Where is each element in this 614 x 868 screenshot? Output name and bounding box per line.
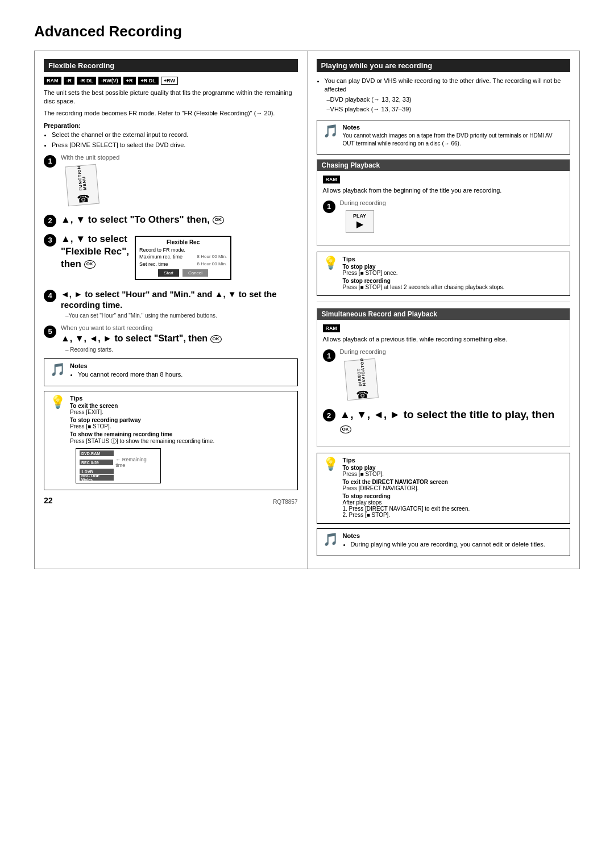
play-btn-img: PLAY ▶ (346, 210, 374, 233)
notes-bullet-1: You cannot record more than 8 hours. (78, 370, 182, 379)
step-5-label: When you want to start recording (61, 324, 298, 331)
chasing-header: Chasing Playback (317, 160, 570, 171)
step-2-block: 2 ▲, ▼ to select "To Others" then, OK (44, 214, 298, 227)
step-5-main: ▲, ▼, ◄, ► to select "Start", then OK (61, 333, 298, 345)
notes-simul-bullet-1: During playing while you are recording, … (351, 540, 545, 549)
simul-stop-rec-text: After play stops 1. Press [DIRECT NAVIGA… (343, 499, 565, 518)
tips-simul-title: Tips (343, 457, 565, 464)
chasing-section: Chasing Playback RAM Allows playback fro… (317, 159, 571, 246)
notes-title-right: Notes (343, 124, 565, 131)
prep-bullet-1: Select the channel or the external input… (52, 131, 298, 139)
badge-rwv: -RW(V) (98, 77, 121, 85)
step-5-note: – Recording starts. (61, 347, 298, 353)
chasing-stop-play-text: Press [■ STOP] once. (343, 270, 565, 276)
tips-block-chasing: 💡 Tips To stop play Press [■ STOP] once.… (317, 252, 571, 296)
function-menu-icon: FUNCTION MENU ☎ (65, 164, 99, 207)
notes-simul-title: Notes (343, 532, 545, 539)
step-5-circle: 5 (44, 326, 56, 338)
navigator-icon: DIRECT NAVIGATOR ☎ (344, 358, 379, 401)
tips-title-left: Tips (70, 395, 292, 402)
tips-item-remaining-text: Press [STATUS ⓘ] to show the remaining r… (70, 437, 292, 445)
simul-step-2: 2 ▲, ▼, ◄, ► to select the title to play… (323, 408, 565, 436)
simul-step-1-circle: 1 (323, 349, 335, 362)
flex-rec-screen: Flexible Rec Record to FR mode. Maximum … (135, 236, 231, 280)
tips-icon-simul: 💡 (323, 457, 338, 471)
flex-rec-title: Flexible Rec (139, 239, 227, 245)
step-3-ok: OK (84, 260, 96, 268)
flex-rec-start-btn[interactable]: Start (158, 269, 179, 277)
simul-exit-nav-text: Press [DIRECT NAVIGATOR]. (343, 485, 565, 491)
model-number: RQT8857 (273, 499, 297, 505)
simul-stop-rec-label: To stop recording (343, 493, 565, 499)
step-1-block: 1 With the unit stopped FUNCTION MENU ☎ (44, 154, 298, 208)
badge-r: -R (64, 77, 75, 85)
notes-icon-simul: 🎵 (323, 532, 338, 547)
notes-block-simul: 🎵 Notes During playing while you are rec… (317, 528, 571, 556)
tips-icon-left: 💡 (50, 395, 65, 410)
simul-step-1-label: During recording (340, 348, 565, 355)
badge-plus-rw: +RW (161, 77, 178, 85)
badge-plus-rdl: +R DL (138, 77, 159, 85)
intro-text1: The unit sets the best possible picture … (44, 89, 298, 106)
flex-rec-cancel-btn[interactable]: Cancel (182, 269, 208, 277)
preparation-label: Preparation: (44, 122, 298, 129)
dvd-row4: BBC ONE Wales (80, 475, 157, 481)
step-3-block: 3 ▲, ▼ to select "Flexible Rec", then OK… (44, 233, 298, 283)
chasing-step-1-circle: 1 (323, 201, 335, 213)
step-2-ok: OK (213, 216, 224, 224)
step-5-block: 5 When you want to start recording ▲, ▼,… (44, 324, 298, 353)
chasing-text: Allows playback from the beginning of th… (323, 186, 565, 195)
chasing-stop-play-label: To stop play (343, 264, 565, 270)
step-1-circle: 1 (44, 155, 56, 168)
flex-rec-row2: Maximum rec. time 8 Hour 00 Min. (139, 254, 227, 260)
simul-exit-nav-label: To exit the DIRECT NAVIGATOR screen (343, 479, 565, 485)
notes-title-left: Notes (70, 362, 182, 369)
section-header-playing: Playing while you are recording (317, 59, 571, 72)
play-rec-bullet-1: You can play DVD or VHS while recording … (325, 77, 571, 94)
simultaneous-header: Simultaneous Record and Playback (317, 308, 570, 320)
simul-step-2-ok: OK (340, 425, 351, 433)
simultaneous-section: Simultaneous Record and Playback RAM All… (317, 308, 571, 447)
section-header-flexible: Flexible Recording (44, 59, 298, 72)
simul-step-1: 1 During recording DIRECT NAVIGATOR ☎ (323, 348, 565, 402)
step-4-block: 4 ◄, ► to select "Hour" and "Min." and ▲… (44, 289, 298, 319)
simul-stop-play-text: Press [■ STOP]. (343, 471, 565, 477)
chasing-stop-rec-text: Press [■ STOP] at least 2 seconds after … (343, 284, 565, 290)
badge-ram: RAM (44, 77, 61, 85)
step-1-label: With the unit stopped (61, 154, 298, 161)
intro-text2: The recording mode becomes FR mode. Refe… (44, 109, 298, 118)
page-number: 22 (44, 496, 53, 505)
play-rec-bullet-2: –DVD playback (→ 13, 32, 33) (325, 95, 571, 104)
badge-plus-r: +R (123, 77, 136, 85)
dvd-row1: DVD-RAM (80, 450, 157, 456)
tips-item-stop-text: Press [■ STOP]. (70, 423, 292, 429)
play-rec-bullet-3: –VHS playback (→ 13, 37–39) (325, 105, 571, 114)
notes-block-left: 🎵 Notes You cannot record more than 8 ho… (44, 358, 298, 386)
step-4-note: –You can set "Hour" and "Min." using the… (61, 312, 298, 319)
disc-badges-row: RAM -R -R DL -RW(V) +R +R DL +RW (44, 77, 298, 85)
tips-item-remaining-label: To show the remaining recording time (70, 431, 292, 437)
chasing-stop-rec-label: To stop recording (343, 278, 565, 284)
prep-bullet-2: Press [DRIVE SELECT] to select the DVD d… (52, 141, 298, 149)
chasing-ram-badge: RAM (323, 176, 341, 183)
step-2-main: ▲, ▼ to select "To Others" then, OK (61, 214, 298, 226)
badge-rdl: -R DL (77, 77, 96, 85)
step-3-circle: 3 (44, 234, 56, 247)
simul-stop-play-label: To stop play (343, 465, 565, 471)
simul-step-2-main: ▲, ▼, ◄, ► to select the title to play, … (340, 408, 565, 436)
step-3-line1: ▲, ▼ to select (61, 233, 129, 245)
flex-rec-setrow-value: 8 Hour 00 Min. (197, 261, 227, 266)
step-3-line2: "Flexible Rec", (61, 245, 129, 258)
tips-item-stop-label: To stop recording partway (70, 417, 292, 423)
simul-text: Allows playback of a previous title, whi… (323, 335, 565, 344)
dvd-row2: REC 0:59 ← Remaining time (80, 457, 157, 468)
page-title: Advanced Recording (34, 23, 580, 40)
step-2-circle: 2 (44, 215, 56, 227)
notes-text-right: You cannot watch images on a tape from t… (343, 132, 565, 148)
tips-block-left: 💡 Tips To exit the screen Press [EXIT]. … (44, 391, 298, 490)
tips-chasing-title: Tips (343, 256, 565, 262)
flex-rec-setrow: Set rec. time 8 Hour 00 Min. (139, 261, 227, 267)
remaining-arrow: ← Remaining time (115, 457, 157, 468)
tips-icon-chasing: 💡 (323, 256, 338, 270)
notes-block-right: 🎵 Notes You cannot watch images on a tap… (317, 120, 571, 155)
